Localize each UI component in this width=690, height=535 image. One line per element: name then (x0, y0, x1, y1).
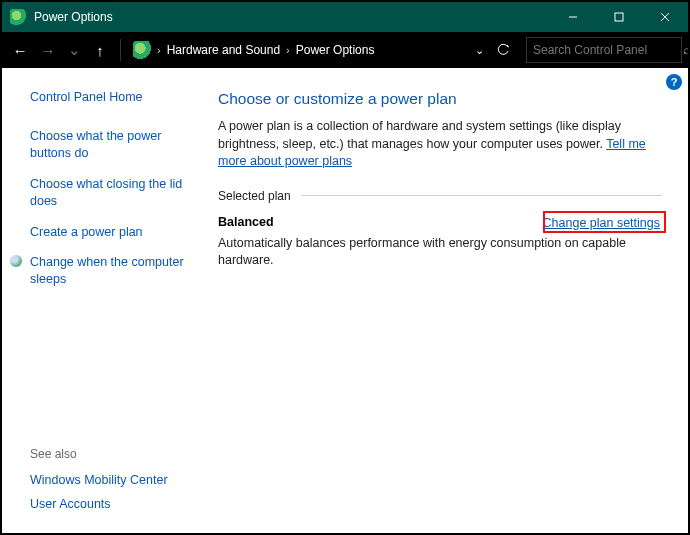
search-icon[interactable]: ⌕ (683, 43, 690, 57)
plan-description: Automatically balances performance with … (218, 235, 628, 270)
sidebar-link-create-plan[interactable]: Create a power plan (30, 224, 196, 241)
change-plan-settings-link[interactable]: Change plan settings (541, 215, 662, 231)
selected-plan-label: Selected plan (218, 189, 291, 203)
titlebar: Power Options (2, 2, 688, 32)
description-text: A power plan is a collection of hardware… (218, 119, 621, 151)
spacer (30, 302, 196, 447)
search-input[interactable] (533, 43, 683, 57)
sidebar-link-computer-sleeps[interactable]: Change when the computer sleeps (30, 254, 196, 288)
see-also-user-accounts[interactable]: User Accounts (30, 497, 196, 511)
breadcrumb[interactable]: › Hardware and Sound › Power Options (129, 37, 465, 63)
maximize-button[interactable] (596, 2, 642, 32)
control-panel-home-link[interactable]: Control Panel Home (30, 90, 196, 104)
see-also-header: See also (30, 447, 196, 461)
svg-rect-1 (615, 13, 623, 21)
app-icon (10, 9, 26, 25)
chevron-right-icon: › (286, 44, 290, 56)
window-title: Power Options (34, 10, 550, 24)
navigation-bar: ← → ⌄ ↑ › Hardware and Sound › Power Opt… (2, 32, 688, 68)
recent-dropdown-icon[interactable]: ⌄ (64, 38, 84, 62)
breadcrumb-segment[interactable]: Power Options (296, 43, 375, 57)
refresh-icon[interactable] (496, 43, 510, 57)
separator (120, 39, 121, 61)
selected-plan-header: Selected plan (218, 189, 662, 203)
page-description: A power plan is a collection of hardware… (218, 118, 662, 171)
back-button[interactable]: ← (8, 38, 32, 62)
content-area: ? Control Panel Home Choose what the pow… (2, 68, 688, 533)
close-button[interactable] (642, 2, 688, 32)
breadcrumb-segment[interactable]: Hardware and Sound (167, 43, 280, 57)
main-panel: Choose or customize a power plan A power… (212, 68, 688, 533)
page-title: Choose or customize a power plan (218, 90, 662, 108)
see-also-mobility-center[interactable]: Windows Mobility Center (30, 473, 196, 487)
chevron-right-icon: › (157, 44, 161, 56)
plan-name: Balanced (218, 215, 274, 229)
forward-button[interactable]: → (36, 38, 60, 62)
help-icon[interactable]: ? (666, 74, 682, 90)
minimize-button[interactable] (550, 2, 596, 32)
divider (301, 195, 662, 196)
window-controls (550, 2, 688, 32)
plan-header-row: Balanced Change plan settings (218, 215, 662, 231)
sidebar: Control Panel Home Choose what the power… (2, 68, 212, 533)
chevron-down-icon[interactable]: ⌄ (475, 44, 484, 57)
search-box[interactable]: ⌕ (526, 37, 682, 63)
breadcrumb-icon (133, 41, 151, 59)
up-button[interactable]: ↑ (88, 38, 112, 62)
power-plan-item: Balanced Change plan settings Automatica… (218, 215, 662, 270)
sidebar-link-closing-lid[interactable]: Choose what closing the lid does (30, 176, 196, 210)
sidebar-link-power-buttons[interactable]: Choose what the power buttons do (30, 128, 196, 162)
breadcrumb-tail: ⌄ (469, 43, 516, 57)
